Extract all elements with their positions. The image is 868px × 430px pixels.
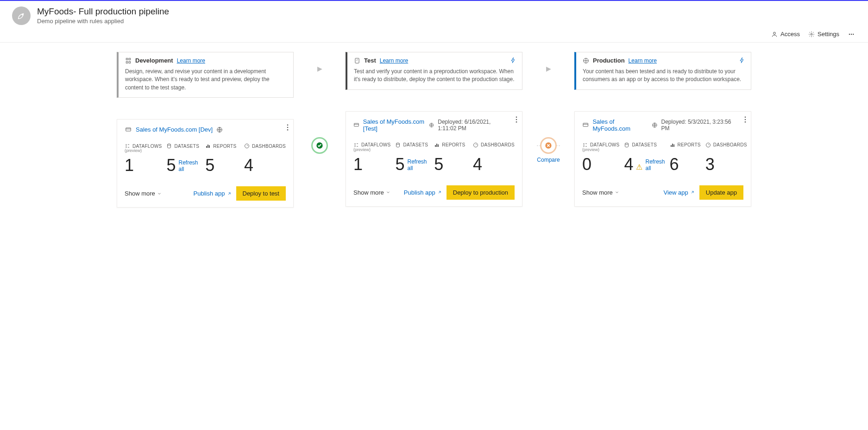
refresh-all-test[interactable]: Refresh all (407, 158, 429, 171)
workspace-link-test[interactable]: Sales of MyFoods.com [Test] (363, 118, 425, 132)
metric-datasets-dev: 5 (166, 156, 176, 175)
stage-name-prod: Production (593, 57, 625, 64)
dataset-icon (624, 142, 629, 148)
test-icon (354, 57, 360, 64)
app-icon[interactable] (652, 122, 658, 128)
publish-app-dev[interactable]: Publish app (194, 190, 232, 197)
metric-dataflows-test: 1 (353, 155, 363, 174)
workspace-icon (125, 126, 132, 133)
card-more-menu-test[interactable] (516, 116, 517, 123)
settings-button[interactable]: Settings (808, 31, 839, 38)
svg-point-2 (811, 33, 812, 35)
stage-arrow-dev-test: ▶ (317, 65, 322, 72)
metric-datasets-prod: 4 (624, 155, 633, 174)
svg-point-11 (287, 127, 289, 128)
show-more-dev[interactable]: Show more (125, 190, 162, 197)
workspace-link-prod[interactable]: Sales of MyFoods.com (592, 118, 648, 132)
lightning-icon (739, 57, 745, 63)
app-icon[interactable] (216, 126, 223, 133)
svg-rect-28 (435, 145, 436, 147)
app-icon[interactable] (429, 122, 434, 128)
svg-rect-21 (355, 58, 359, 63)
svg-point-15 (168, 144, 171, 145)
metric-reports-test: 5 (434, 155, 443, 174)
compare-link[interactable]: Compare (537, 157, 560, 163)
deploy-to-test-button[interactable]: Deploy to test (236, 186, 286, 201)
stage-desc-test: Test and verify your content in a prepro… (354, 68, 516, 84)
more-options-button[interactable] (848, 31, 855, 38)
warning-icon[interactable]: ⚠ (636, 163, 642, 171)
workspace-link-dev[interactable]: Sales of MyFoods.com [Dev] (136, 126, 213, 133)
metric-dashboards-prod: 3 (705, 155, 715, 174)
svg-rect-7 (129, 58, 131, 60)
svg-point-5 (853, 33, 854, 34)
svg-point-36 (745, 121, 746, 123)
report-icon (434, 142, 440, 148)
svg-point-4 (851, 33, 852, 34)
svg-rect-13 (126, 128, 131, 131)
report-icon (670, 142, 675, 148)
stage-desc-prod: Your content has been tested and is read… (583, 68, 744, 84)
workspace-icon (582, 122, 589, 128)
card-more-menu-prod[interactable] (744, 116, 746, 123)
dataflow-icon (582, 142, 588, 148)
learn-more-dev[interactable]: Learn more (177, 57, 205, 64)
cross-icon (545, 142, 552, 149)
metric-reports-dev: 5 (205, 156, 214, 175)
more-vertical-icon (744, 116, 746, 123)
external-link-icon (227, 191, 232, 196)
stage-header-production: Production Learn more Your content has b… (574, 52, 751, 90)
show-more-prod[interactable]: Show more (582, 189, 619, 196)
workspace-icon (353, 122, 359, 128)
page-subtitle: Demo pipeline with rules applied (37, 18, 169, 25)
more-horizontal-icon (848, 31, 855, 38)
learn-more-test[interactable]: Learn more (380, 57, 408, 64)
checkmark-icon (316, 142, 323, 149)
dataset-icon (395, 142, 401, 148)
dashboard-icon (473, 142, 478, 148)
metric-datasets-test: 5 (395, 155, 404, 174)
pipeline-logo (12, 6, 31, 25)
publish-app-test[interactable]: Publish app (404, 189, 442, 196)
lightning-icon (510, 57, 516, 63)
page-title: MyFoods- Full production pipeline (37, 6, 169, 17)
svg-point-3 (849, 33, 850, 34)
update-app-button[interactable]: Update app (699, 185, 743, 200)
deployed-timestamp-test: Deployed: 6/16/2021, 1:11:02 PM (438, 119, 504, 132)
learn-more-prod[interactable]: Learn more (629, 57, 657, 64)
svg-rect-18 (209, 145, 210, 148)
metric-reports-prod: 6 (670, 155, 679, 174)
deploy-to-production-button[interactable]: Deploy to production (447, 185, 515, 200)
external-link-icon (437, 190, 442, 195)
svg-point-12 (287, 129, 289, 131)
refresh-all-dev[interactable]: Refresh all (178, 159, 201, 172)
view-app-prod[interactable]: View app (664, 189, 695, 196)
svg-point-1 (774, 32, 776, 34)
stage-header-test: Test Learn more Test and verify your con… (346, 52, 522, 90)
deployment-rules-test[interactable] (510, 57, 516, 63)
svg-rect-9 (129, 61, 131, 63)
svg-point-23 (516, 119, 517, 120)
show-more-test[interactable]: Show more (353, 189, 390, 196)
svg-point-27 (396, 143, 400, 144)
metric-dashboards-dev: 4 (244, 156, 253, 175)
chevron-down-icon (615, 190, 619, 195)
deployment-rules-prod[interactable] (739, 57, 745, 63)
compare-status-ok[interactable] (311, 137, 328, 154)
svg-rect-29 (436, 144, 437, 147)
stage-name-dev: Development (135, 57, 173, 64)
person-icon (771, 31, 778, 38)
external-link-icon (690, 190, 695, 195)
metric-dashboards-test: 4 (473, 155, 482, 174)
gear-icon (808, 31, 815, 38)
svg-rect-41 (672, 144, 673, 147)
card-more-menu-dev[interactable] (287, 124, 289, 131)
svg-rect-17 (208, 145, 208, 148)
compare-status-diff[interactable] (540, 137, 557, 154)
svg-rect-25 (354, 123, 359, 126)
metric-dataflows-dev: 1 (125, 156, 134, 175)
svg-point-34 (745, 116, 746, 118)
access-button[interactable]: Access (771, 31, 800, 38)
svg-point-10 (287, 125, 289, 126)
refresh-all-prod[interactable]: Refresh all (645, 158, 665, 171)
